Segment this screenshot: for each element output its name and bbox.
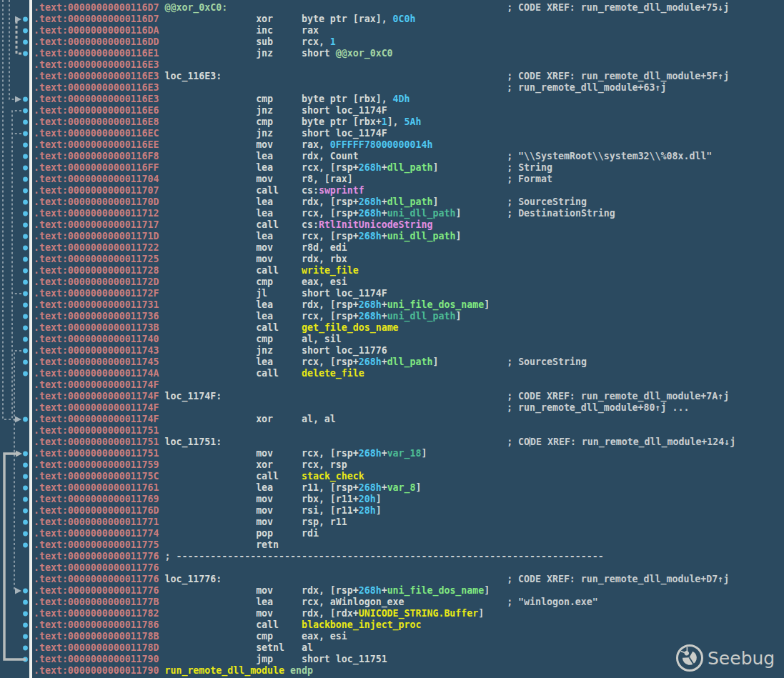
- asm-line[interactable]: .text:00000000000116E3 loc_116E3: ; CODE…: [34, 71, 735, 82]
- instruction-bullet: [23, 486, 28, 491]
- asm-line[interactable]: .text:0000000000011743 jnz short loc_117…: [34, 345, 735, 357]
- instruction-bullet: [23, 223, 28, 228]
- asm-line[interactable]: .text:0000000000011776: [34, 562, 735, 574]
- instruction-bullet: [23, 303, 28, 308]
- instruction-bullet: [23, 40, 28, 45]
- asm-line[interactable]: .text:000000000001178D setnl al: [34, 642, 735, 654]
- instruction-bullet: [23, 17, 28, 22]
- asm-line[interactable]: .text:0000000000011751 loc_11751: ; CODE…: [34, 437, 735, 448]
- instruction-bullet: [23, 646, 28, 651]
- jump-arrow: [9, 0, 15, 99]
- asm-line[interactable]: .text:0000000000011725 mov rdx, rbx: [34, 254, 735, 265]
- asm-line[interactable]: .text:0000000000011775 retn: [34, 539, 735, 551]
- asm-line[interactable]: .text:00000000000116DA inc rax: [34, 25, 735, 36]
- asm-line[interactable]: .text:000000000001177B lea rcx, aWinlogo…: [34, 597, 735, 608]
- asm-line[interactable]: .text:00000000000116E1 jnz short @@xor_0…: [34, 48, 735, 59]
- asm-line[interactable]: .text:0000000000011704 mov r8, [rax] ; F…: [34, 174, 735, 185]
- asm-line[interactable]: .text:00000000000116E6 jnz short loc_117…: [34, 105, 735, 116]
- instruction-bullet: [23, 131, 28, 136]
- instruction-bullet: [23, 474, 28, 479]
- instruction-bullet: [23, 417, 28, 422]
- asm-line[interactable]: .text:000000000001173B call get_file_dos…: [34, 322, 735, 334]
- instruction-bullet: [23, 452, 28, 457]
- asm-line[interactable]: .text:0000000000011712 lea rcx, [rsp+268…: [34, 208, 735, 219]
- asm-line[interactable]: .text:00000000000116D7 @@xor_0xC0: ; COD…: [34, 2, 735, 14]
- asm-line[interactable]: .text:00000000000116E3 cmp byte ptr [rbx…: [34, 94, 735, 105]
- instruction-bullet: [23, 326, 28, 331]
- asm-line[interactable]: .text:0000000000011751: [34, 425, 735, 437]
- asm-line[interactable]: .text:0000000000011707 call cs:swprintf: [34, 185, 735, 196]
- disassembly-listing[interactable]: .text:00000000000116D7 @@xor_0xC0: ; COD…: [34, 2, 735, 677]
- asm-line[interactable]: .text:00000000000116DD sub rcx, 1: [34, 36, 735, 48]
- instruction-bullet: [23, 314, 28, 319]
- asm-line[interactable]: .text:000000000001174A call delete_file: [34, 368, 735, 379]
- asm-line[interactable]: .text:0000000000011751 mov rcx, [rsp+268…: [34, 448, 735, 459]
- asm-line[interactable]: .text:00000000000116E3 ; run_remote_dll_…: [34, 82, 735, 94]
- asm-line[interactable]: .text:0000000000011745 lea rcx, [rsp+268…: [34, 357, 735, 368]
- asm-line[interactable]: .text:000000000001174F xor al, al: [34, 414, 735, 425]
- instruction-bullet: [23, 532, 28, 537]
- asm-line[interactable]: .text:0000000000011790 run_remote_dll_mo…: [34, 665, 735, 677]
- asm-line[interactable]: .text:0000000000011782 mov rdx, [rdx+UNI…: [34, 608, 735, 619]
- asm-line[interactable]: .text:0000000000011759 xor rcx, rsp: [34, 459, 735, 471]
- asm-line[interactable]: .text:0000000000011776 ; ---------------…: [34, 551, 735, 562]
- instruction-bullet: [23, 109, 28, 114]
- asm-line[interactable]: .text:00000000000116D7 xor byte ptr [rax…: [34, 14, 735, 25]
- asm-line[interactable]: .text:0000000000011722 mov r8d, edi: [34, 242, 735, 254]
- asm-line[interactable]: .text:0000000000011776 loc_11776: ; CODE…: [34, 574, 735, 585]
- asm-line[interactable]: .text:000000000001172D cmp eax, esi: [34, 276, 735, 288]
- asm-line[interactable]: .text:000000000001174F: [34, 379, 735, 391]
- asm-line[interactable]: .text:000000000001170D lea rdx, [rsp+268…: [34, 196, 735, 208]
- asm-line[interactable]: .text:00000000000116F8 lea rdx, Count ; …: [34, 151, 735, 162]
- instruction-bullet: [23, 463, 28, 468]
- jump-arrow: [14, 351, 21, 591]
- asm-line[interactable]: .text:000000000001176D mov rsi, [r11+28h…: [34, 505, 735, 517]
- instruction-bullet: [23, 612, 28, 617]
- instruction-bullet: [23, 269, 28, 274]
- asm-line[interactable]: .text:0000000000011736 lea rcx, [rsp+268…: [34, 311, 735, 322]
- instruction-bullet: [23, 257, 28, 262]
- asm-line[interactable]: .text:00000000000116EE mov rax, 0FFFFF78…: [34, 139, 735, 151]
- instruction-bullet: [23, 166, 28, 171]
- jump-arrowhead: [15, 588, 21, 594]
- asm-line[interactable]: .text:0000000000011774 pop rdi: [34, 528, 735, 539]
- asm-line[interactable]: .text:00000000000116E8 cmp byte ptr [rbx…: [34, 116, 735, 128]
- asm-line[interactable]: .text:0000000000011731 lea rdx, [rsp+268…: [34, 299, 735, 311]
- asm-line[interactable]: .text:000000000001171D lea rcx, [rsp+268…: [34, 231, 735, 242]
- instruction-bullet: [23, 509, 28, 514]
- asm-line[interactable]: .text:00000000000116EC jnz short loc_117…: [34, 128, 735, 139]
- instruction-bullet: [23, 177, 28, 182]
- asm-line[interactable]: .text:0000000000011728 call write_file: [34, 265, 735, 276]
- asm-line[interactable]: .text:000000000001172F jl short loc_1174…: [34, 288, 735, 299]
- instruction-bullet: [23, 634, 28, 639]
- asm-line[interactable]: .text:000000000001174F ; run_remote_dll_…: [34, 402, 735, 414]
- asm-line[interactable]: .text:00000000000116FF lea rcx, [rsp+268…: [34, 162, 735, 174]
- jump-arrows-margin: [0, 0, 33, 678]
- asm-line[interactable]: .text:00000000000116E3: [34, 59, 735, 71]
- asm-line[interactable]: .text:000000000001175C call stack_check: [34, 471, 735, 482]
- asm-line[interactable]: .text:0000000000011790 jmp short loc_117…: [34, 654, 735, 665]
- instruction-bullet: [23, 211, 28, 216]
- jump-arrow: [12, 111, 21, 419]
- asm-line[interactable]: .text:0000000000011717 call cs:RtlInitUn…: [34, 219, 735, 231]
- instruction-bullet: [23, 246, 28, 251]
- instruction-bullet: [23, 154, 28, 159]
- instruction-bullet: [23, 29, 28, 34]
- instruction-bullet: [23, 349, 28, 354]
- asm-line[interactable]: .text:0000000000011786 call blackbone_in…: [34, 619, 735, 631]
- asm-line[interactable]: .text:0000000000011769 mov rbx, [r11+20h…: [34, 494, 735, 505]
- margin-separator: [29, 0, 32, 678]
- instruction-bullet: [23, 234, 28, 239]
- instruction-bullet: [23, 623, 28, 628]
- instruction-bullet: [23, 291, 28, 296]
- instruction-bullet: [23, 280, 28, 285]
- asm-line[interactable]: .text:0000000000011776 mov rdx, [rsp+268…: [34, 585, 735, 597]
- instruction-bullet: [23, 543, 28, 548]
- asm-line[interactable]: .text:000000000001178B cmp eax, esi: [34, 631, 735, 642]
- asm-line[interactable]: .text:0000000000011771 mov rsp, r11: [34, 517, 735, 528]
- asm-line[interactable]: .text:0000000000011740 cmp al, sil: [34, 334, 735, 345]
- ida-disassembly-view: .text:00000000000116D7 @@xor_0xC0: ; COD…: [0, 0, 784, 678]
- asm-line[interactable]: .text:0000000000011761 lea r11, [rsp+268…: [34, 482, 735, 494]
- asm-line[interactable]: .text:000000000001174F loc_1174F: ; CODE…: [34, 391, 735, 402]
- instruction-bullet: [23, 600, 28, 605]
